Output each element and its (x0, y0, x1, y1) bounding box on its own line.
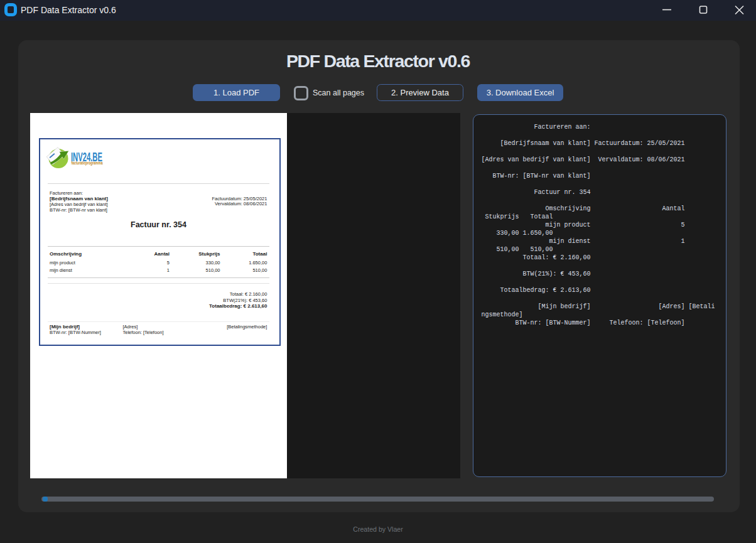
svg-text:facturatieprogramma: facturatieprogramma (72, 161, 103, 166)
